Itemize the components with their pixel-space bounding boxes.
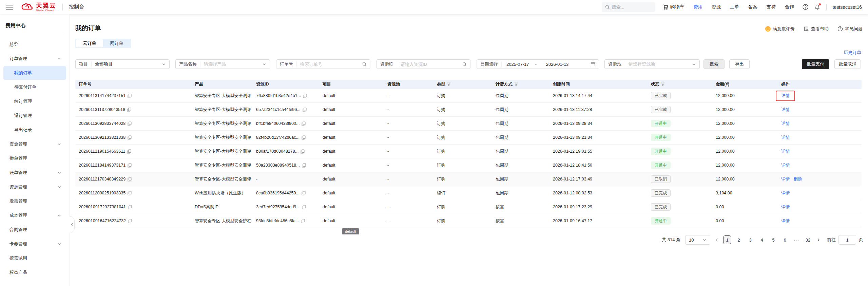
tab-cloud-orders[interactable]: 云订单 (76, 39, 103, 47)
sidebar-item-export-records[interactable]: 导出记录 (3, 123, 66, 137)
view-help-link[interactable]: 查看帮助 (804, 26, 829, 32)
copy-icon[interactable] (302, 191, 306, 195)
page-1[interactable]: 1 (723, 235, 731, 244)
detail-link[interactable]: 详情 (781, 121, 790, 127)
sidebar-item-unpaid-orders[interactable]: 待支付订单 (3, 80, 66, 94)
search-icon[interactable] (362, 62, 367, 66)
sidebar-item-cancel-order-management[interactable]: 撤单管理 (3, 151, 66, 166)
copy-icon[interactable] (127, 149, 131, 154)
nav-icp[interactable]: 备案 (748, 4, 758, 10)
detail-link[interactable]: 详情 (781, 218, 790, 224)
filter-funnel-icon[interactable] (514, 82, 518, 86)
next-page-icon[interactable] (815, 238, 822, 242)
goto-page-input[interactable] (838, 235, 856, 245)
filter-product-select[interactable]: 产品名称 请选择产品 (175, 59, 270, 69)
calendar-icon[interactable] (591, 62, 595, 66)
copy-icon[interactable] (301, 219, 305, 223)
sidebar-item-overview[interactable]: 总览 (3, 37, 66, 52)
filter-resource-pool-select[interactable]: 资源池 请选择资源池 (604, 59, 700, 69)
detail-link[interactable]: 详情 (781, 163, 790, 168)
page-5[interactable]: 5 (769, 235, 777, 244)
filter-funnel-icon[interactable] (661, 82, 665, 86)
detail-link[interactable]: 详情 (781, 107, 790, 113)
faq-link[interactable]: 常见问题 (837, 26, 863, 32)
sidebar-item-renewal-management[interactable]: 续订管理 (3, 94, 66, 109)
copy-icon[interactable] (128, 121, 132, 126)
nav-cooperation[interactable]: 合作 (785, 4, 794, 10)
sidebar-item-my-orders[interactable]: 我的订单 (3, 66, 66, 80)
sidebar-item-contract-management[interactable]: 合同管理 (3, 223, 66, 237)
satisfaction-survey-link[interactable]: 满意度评价 (765, 26, 795, 32)
copy-icon[interactable] (302, 163, 306, 168)
copy-icon[interactable] (301, 149, 305, 154)
sidebar-item-on-demand-trial[interactable]: 按需试用 (3, 251, 66, 265)
copy-icon[interactable] (302, 135, 306, 140)
batch-pay-button[interactable]: 批量支付 (802, 59, 829, 69)
history-orders-link[interactable]: 历史订单 (844, 50, 861, 56)
page-6[interactable]: 6 (781, 235, 789, 244)
date-end[interactable]: 2026-01-13 (541, 62, 591, 67)
copy-icon[interactable] (128, 163, 132, 168)
resource-id-input[interactable] (397, 62, 462, 67)
brand-logo[interactable]: 天翼云 State Cloud (21, 2, 56, 12)
copy-icon[interactable] (128, 177, 132, 182)
hamburger-menu-icon[interactable] (6, 5, 13, 9)
nav-resources[interactable]: 资源 (712, 4, 721, 10)
nav-cart[interactable]: 购物车 (663, 4, 684, 10)
sidebar-item-unsubscribe-management[interactable]: 退订管理 (3, 109, 66, 123)
date-start[interactable]: 2025-07-17 (502, 62, 531, 67)
sidebar-item-order-management[interactable]: 订单管理 (3, 52, 66, 66)
detail-link[interactable]: 详情 (781, 204, 790, 210)
account-username[interactable]: testsecuset16 (833, 4, 862, 10)
export-button[interactable]: 导出 (729, 59, 750, 69)
search-button[interactable]: 搜索 (703, 59, 725, 69)
nav-billing[interactable]: 费用 (693, 4, 703, 10)
copy-icon[interactable] (303, 108, 307, 112)
detail-link[interactable]: 详情 (781, 176, 790, 182)
copy-icon[interactable] (128, 219, 132, 223)
notifications-bell-icon[interactable] (814, 4, 820, 10)
copy-icon[interactable] (128, 94, 132, 98)
detail-link[interactable]: 详情 (781, 93, 790, 99)
delete-link[interactable]: 删除 (794, 176, 802, 182)
order-number-input[interactable] (297, 62, 362, 67)
copy-icon[interactable] (303, 94, 307, 98)
nav-tickets[interactable]: 工单 (730, 4, 739, 10)
filter-date-range[interactable]: 日期选择 2025-07-17 - 2026-01-13 (477, 59, 599, 69)
global-search-input[interactable] (612, 4, 649, 9)
page-3[interactable]: 3 (746, 235, 754, 244)
detail-link[interactable]: 详情 (781, 135, 790, 140)
page-ellipsis[interactable]: ··· (792, 235, 801, 244)
copy-icon[interactable] (128, 191, 132, 195)
copy-icon[interactable] (127, 108, 131, 112)
filter-resource-id[interactable]: 资源ID (377, 59, 470, 69)
page-size-select[interactable]: 10 (685, 235, 710, 245)
prev-page-icon[interactable] (714, 238, 720, 242)
sidebar-item-invoice-management[interactable]: 发票管理 (3, 194, 66, 208)
copy-icon[interactable] (128, 135, 132, 140)
sidebar-item-bill-management[interactable]: 账单管理 (3, 166, 66, 180)
sidebar-item-cost-management[interactable]: 成本管理 (3, 208, 66, 223)
global-search[interactable] (602, 2, 655, 12)
detail-link[interactable]: 详情 (781, 190, 790, 196)
search-icon[interactable] (462, 62, 467, 66)
sidebar-collapse-handle[interactable] (70, 216, 75, 233)
page-32[interactable]: 32 (804, 235, 812, 244)
page-2[interactable]: 2 (735, 235, 743, 244)
tab-network-orders[interactable]: 网订单 (103, 39, 130, 47)
sidebar-item-resource-management[interactable]: 资源管理 (3, 180, 66, 194)
copy-icon[interactable] (128, 205, 132, 209)
sidebar-item-benefit-products[interactable]: 权益产品 (3, 265, 66, 280)
filter-funnel-icon[interactable] (447, 82, 451, 86)
page-4[interactable]: 4 (758, 235, 766, 244)
help-circle-icon[interactable] (803, 4, 808, 10)
copy-icon[interactable] (302, 205, 306, 209)
filter-order-number[interactable]: 订单号 (276, 59, 370, 69)
batch-cancel-button[interactable]: 批量取消 (834, 59, 861, 69)
nav-support[interactable]: 支持 (767, 4, 776, 10)
filter-project-select[interactable]: 项目 全部项目 (75, 59, 170, 69)
sidebar-item-funds-management[interactable]: 资金管理 (3, 137, 66, 151)
copy-icon[interactable] (302, 121, 306, 126)
detail-link[interactable]: 详情 (781, 149, 790, 154)
console-label[interactable]: 控制台 (69, 4, 84, 10)
